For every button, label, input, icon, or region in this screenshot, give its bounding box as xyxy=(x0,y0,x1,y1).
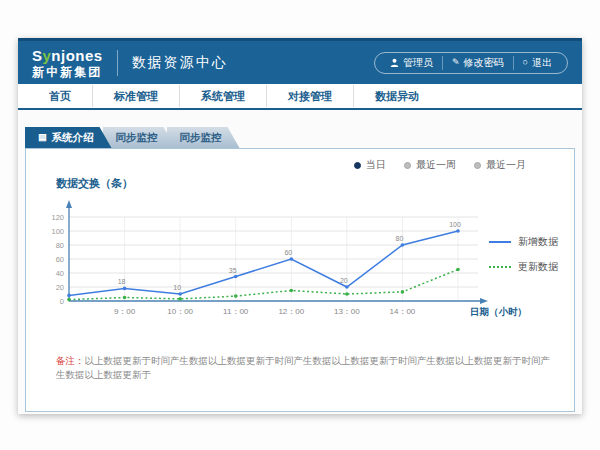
time-range-filter: 当日最近一周最近一月 xyxy=(354,158,526,172)
tab-label: 同步监控 xyxy=(180,131,222,143)
svg-text:10：00: 10：00 xyxy=(167,307,193,316)
nav-item-4[interactable]: 数据异动 xyxy=(353,85,440,107)
page-title: 数据资源中心 xyxy=(132,54,228,72)
chart-legend: 新增数据更新数据 xyxy=(489,235,558,285)
svg-text:80: 80 xyxy=(56,241,64,250)
svg-text:35: 35 xyxy=(229,267,237,274)
app-window: Synjones 新中新集团 数据资源中心 管理员 ✎ 修改密码 ○ 退出 首页… xyxy=(18,38,582,414)
svg-text:13：00: 13：00 xyxy=(334,307,360,316)
svg-text:60: 60 xyxy=(56,255,64,264)
tab-label: 同步监控 xyxy=(116,131,158,143)
svg-text:12：00: 12：00 xyxy=(278,307,304,316)
radio-option-2[interactable]: 最近一月 xyxy=(474,158,526,172)
user-icon xyxy=(390,58,399,67)
legend-item-1[interactable]: 更新数据 xyxy=(489,260,558,274)
svg-text:60: 60 xyxy=(284,249,292,256)
tab-1[interactable]: 同步监控 xyxy=(103,127,176,148)
nav-item-1[interactable]: 标准管理 xyxy=(92,85,179,107)
radio-label: 当日 xyxy=(366,158,386,172)
legend-line-sample xyxy=(489,266,511,268)
legend-item-0[interactable]: 新增数据 xyxy=(489,235,558,249)
svg-text:11：00: 11：00 xyxy=(223,307,249,316)
svg-text:40: 40 xyxy=(56,269,64,278)
svg-text:日期（小时）: 日期（小时） xyxy=(470,306,527,318)
document-icon: ▤ xyxy=(38,127,47,148)
footnote-label: 备注： xyxy=(56,355,85,366)
nav-item-0[interactable]: 首页 xyxy=(28,85,92,107)
svg-text:9：00: 9：00 xyxy=(114,307,136,316)
radio-option-1[interactable]: 最近一周 xyxy=(404,158,456,172)
company-logo[interactable]: Synjones 新中新集团 xyxy=(32,48,103,78)
radio-icon xyxy=(404,162,411,169)
legend-label: 更新数据 xyxy=(518,260,558,274)
logo-en: Synjones xyxy=(32,48,103,63)
svg-text:18: 18 xyxy=(118,278,126,285)
svg-text:0: 0 xyxy=(60,297,64,306)
svg-text:14：00: 14：00 xyxy=(390,307,416,316)
change-password-button[interactable]: ✎ 修改密码 xyxy=(442,56,513,70)
user-toolbar: 管理员 ✎ 修改密码 ○ 退出 xyxy=(374,52,568,74)
edit-icon: ✎ xyxy=(452,58,460,67)
logo-cn: 新中新集团 xyxy=(32,66,103,78)
svg-text:120: 120 xyxy=(51,213,64,222)
power-icon: ○ xyxy=(523,58,528,67)
radio-label: 最近一周 xyxy=(416,158,456,172)
radio-option-0[interactable]: 当日 xyxy=(354,158,386,172)
app-header: Synjones 新中新集团 数据资源中心 管理员 ✎ 修改密码 ○ 退出 xyxy=(18,38,582,84)
tab-label: 系统介绍 xyxy=(52,127,94,148)
user-menu[interactable]: 管理员 xyxy=(381,56,442,70)
footnote: 备注：以上数据更新于时间产生数据以上数据更新于时间产生数据以上数据更新于时间产生… xyxy=(56,354,556,383)
logout-button[interactable]: ○ 退出 xyxy=(513,56,561,70)
radio-selected-icon xyxy=(354,162,361,169)
svg-text:100: 100 xyxy=(449,221,461,228)
content-area: ▤系统介绍同步监控同步监控 当日最近一周最近一月 数据交换（条） 2040608… xyxy=(18,110,582,414)
tab-0[interactable]: ▤系统介绍 xyxy=(25,127,112,148)
nav-item-3[interactable]: 对接管理 xyxy=(266,85,353,107)
legend-line-sample xyxy=(489,241,511,243)
nav-item-2[interactable]: 系统管理 xyxy=(179,85,266,107)
line-chart: 2040608010012009：0010：0011：0012：0013：001… xyxy=(38,189,538,367)
radio-icon xyxy=(474,162,481,169)
main-nav: 首页标准管理系统管理对接管理数据异动 xyxy=(18,84,582,110)
chart-panel: 当日最近一周最近一月 数据交换（条） 2040608010012009：0010… xyxy=(25,148,575,412)
legend-label: 新增数据 xyxy=(518,235,558,249)
radio-label: 最近一月 xyxy=(486,158,526,172)
tab-2[interactable]: 同步监控 xyxy=(167,127,240,148)
footnote-text: 以上数据更新于时间产生数据以上数据更新于时间产生数据以上数据更新于时间产生数据以… xyxy=(56,355,550,380)
svg-text:80: 80 xyxy=(396,235,404,242)
svg-text:20: 20 xyxy=(340,277,348,284)
svg-text:100: 100 xyxy=(51,227,64,236)
header-divider xyxy=(117,50,118,76)
tab-bar: ▤系统介绍同步监控同步监控 xyxy=(25,127,231,148)
svg-text:10: 10 xyxy=(173,284,181,291)
svg-text:20: 20 xyxy=(56,283,64,292)
